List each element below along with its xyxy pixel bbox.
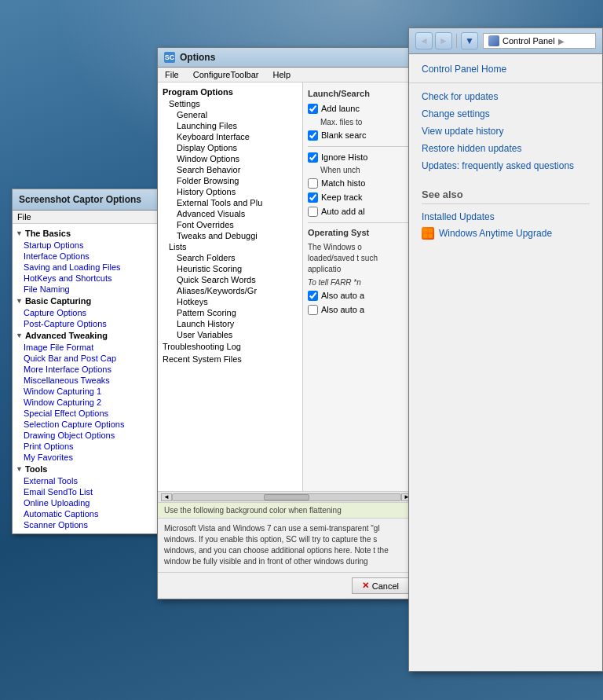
tree-arrow-basic-cap: ▼ — [16, 297, 23, 305]
add-launch-checkbox[interactable] — [308, 104, 318, 114]
opt-subitem-tweaks[interactable]: Tweaks and Debuggi — [158, 230, 302, 241]
cp-link-faq[interactable]: Updates: frequently asked questions — [409, 157, 602, 174]
installed-updates-label: Installed Updates — [422, 211, 495, 222]
opt-subitem-aliases[interactable]: Aliases/Keywords/Gr — [158, 285, 302, 296]
cp-back-button[interactable]: ◄ — [415, 32, 433, 49]
tree-item-drawing-object[interactable]: Drawing Object Options — [13, 430, 176, 441]
opt-subitem-window[interactable]: Window Options — [158, 153, 302, 164]
opt-subitem-quick-search[interactable]: Quick Search Words — [158, 274, 302, 285]
tree-item-email-sendto[interactable]: Email SendTo List — [13, 486, 176, 497]
tree-item-quick-bar[interactable]: Quick Bar and Post Cap — [13, 353, 176, 364]
opt-subitem-keyboard[interactable]: Keyboard Interface — [158, 131, 302, 142]
tree-item-selection-capture[interactable]: Selection Capture Options — [13, 419, 176, 430]
tree-item-external-tools[interactable]: External Tools — [13, 475, 176, 486]
svg-rect-2 — [423, 234, 428, 239]
opt-item-lists[interactable]: Lists — [158, 241, 302, 252]
control-panel: ◄ ► ▼ Control Panel ▶ Control Panel Home… — [408, 27, 603, 672]
cp-link-view-history[interactable]: View update history — [409, 123, 602, 140]
options-title-text: Options — [180, 52, 215, 63]
scroll-thumb[interactable] — [264, 494, 309, 500]
menu-help[interactable]: Help — [271, 69, 294, 80]
sc-options-tree: ▼ The Basics Startup Options Interface O… — [13, 224, 176, 533]
opt-subitem-heuristic[interactable]: Heuristic Scoring — [158, 263, 302, 274]
auto-add-checkbox[interactable] — [308, 207, 318, 217]
tree-item-file-naming[interactable]: File Naming — [13, 284, 176, 295]
also-auto1-checkbox[interactable] — [308, 291, 318, 301]
opt-section-recent[interactable]: Recent System Files — [158, 353, 302, 365]
opt-subitem-history[interactable]: History Options — [158, 186, 302, 197]
opt-subitem-general[interactable]: General — [158, 109, 302, 120]
blank-search-checkbox[interactable] — [308, 130, 318, 141]
opt-subitem-folder[interactable]: Folder Browsing — [158, 175, 302, 186]
also-auto2-checkbox[interactable] — [308, 305, 318, 315]
opt-subitem-display[interactable]: Display Options — [158, 142, 302, 153]
windows-anytime-label: Windows Anytime Upgrade — [439, 228, 552, 239]
cp-link-change-settings[interactable]: Change settings — [409, 105, 602, 123]
opt-subitem-search[interactable]: Search Behavior — [158, 164, 302, 175]
also-auto1-label: Also auto a — [321, 290, 364, 301]
tree-item-my-favorites[interactable]: My Favorites — [13, 452, 176, 463]
keep-track-checkbox[interactable] — [308, 192, 318, 203]
tree-item-post-capture[interactable]: Post-Capture Options — [13, 318, 176, 329]
opt-subitem-font[interactable]: Font Overrides — [158, 219, 302, 230]
cp-breadcrumb[interactable]: Control Panel ▶ — [483, 33, 596, 49]
cp-home-link[interactable]: Control Panel Home — [409, 60, 602, 78]
opt-subitem-hotkeys[interactable]: Hotkeys — [158, 296, 302, 307]
tree-item-image-format[interactable]: Image File Format — [13, 342, 176, 353]
cp-divider-1 — [409, 82, 602, 83]
opt-subitem-user-vars[interactable]: User Variables — [158, 329, 302, 340]
cancel-button[interactable]: ✕ Cancel — [352, 577, 409, 594]
tree-item-window-cap2[interactable]: Window Capturing 2 — [13, 397, 176, 408]
cp-dropdown-button[interactable]: ▼ — [461, 32, 478, 49]
sc-file-menu[interactable]: File — [17, 212, 31, 222]
tree-item-interface[interactable]: Interface Options — [13, 251, 176, 262]
opt-item-settings[interactable]: Settings — [158, 98, 302, 109]
tree-arrow-tools: ▼ — [16, 465, 23, 473]
tree-section-basics: ▼ The Basics — [13, 227, 176, 240]
opt-subitem-launching[interactable]: Launching Files — [158, 120, 302, 131]
tree-item-misc-tweaks[interactable]: Miscellaneous Tweaks — [13, 375, 176, 386]
tree-item-special-effect[interactable]: Special Effect Options — [13, 408, 176, 419]
cp-see-also-section: See also Installed Updates Windows Anyti… — [409, 182, 602, 248]
opt-subitem-pattern[interactable]: Pattern Scoring — [158, 307, 302, 318]
sc-file-bar[interactable]: File — [13, 211, 176, 224]
tree-section-adv-tweaking: ▼ Advanced Tweaking — [13, 329, 176, 342]
os-section-title: Operating Syst — [308, 228, 411, 237]
tree-item-more-interface[interactable]: More Interface Options — [13, 364, 176, 375]
tree-item-scanner-options[interactable]: Scanner Options — [13, 519, 176, 530]
options-desc-text: Microsoft Vista and Windows 7 can use a … — [158, 519, 415, 573]
opt-section-troubleshoot[interactable]: Troubleshooting Log — [158, 340, 302, 353]
scroll-left-btn[interactable]: ◄ — [161, 493, 172, 501]
tree-item-startup[interactable]: Startup Options — [13, 240, 176, 251]
cp-see-also-windows-anytime[interactable]: Windows Anytime Upgrade — [422, 225, 590, 242]
bg-bar-text: Use the following background color when … — [158, 503, 415, 519]
tree-item-saving[interactable]: Saving and Loading Files — [13, 262, 176, 273]
forward-arrow-icon: ► — [439, 35, 448, 46]
tree-item-online-uploading[interactable]: Online Uploading — [13, 497, 176, 508]
tree-item-capture-options[interactable]: Capture Options — [13, 307, 176, 318]
menu-file[interactable]: File — [163, 69, 181, 80]
svg-rect-1 — [429, 229, 433, 233]
opt-subitem-search-folders[interactable]: Search Folders — [158, 252, 302, 263]
horizontal-scrollbar[interactable]: ◄ ► — [158, 491, 415, 502]
cp-titlebar: ◄ ► ▼ Control Panel ▶ — [409, 28, 602, 54]
opt-subitem-ext-tools[interactable]: External Tools and Plu — [158, 197, 302, 208]
tree-item-window-cap1[interactable]: Window Capturing 1 — [13, 386, 176, 397]
tree-item-print-options[interactable]: Print Options — [13, 441, 176, 452]
scroll-track[interactable] — [172, 493, 401, 501]
sc-options-panel: Screenshot Captor Options File ▼ The Bas… — [12, 189, 177, 534]
cp-forward-button[interactable]: ► — [435, 32, 452, 49]
opt-subitem-launch-history[interactable]: Launch History — [158, 318, 302, 329]
cp-link-restore-hidden[interactable]: Restore hidden updates — [409, 140, 602, 157]
tree-item-hotkeys[interactable]: HotKeys and Shortcuts — [13, 273, 176, 284]
match-hist-checkbox[interactable] — [308, 178, 318, 189]
cp-see-also-installed-updates[interactable]: Installed Updates — [422, 209, 590, 225]
options-titlebar: SC Options — [158, 48, 415, 68]
opt-subitem-adv-visuals[interactable]: Advanced Visuals — [158, 208, 302, 219]
menu-configure-toolbar[interactable]: ConfigureToolbar — [191, 69, 261, 80]
cp-link-check-updates[interactable]: Check for updates — [409, 88, 602, 105]
tree-item-auto-captions[interactable]: Automatic Captions — [13, 508, 176, 519]
match-hist-label: Match histo — [321, 178, 365, 189]
ignore-hist-checkbox[interactable] — [308, 152, 318, 163]
when-unch-text: When unch — [308, 166, 411, 174]
